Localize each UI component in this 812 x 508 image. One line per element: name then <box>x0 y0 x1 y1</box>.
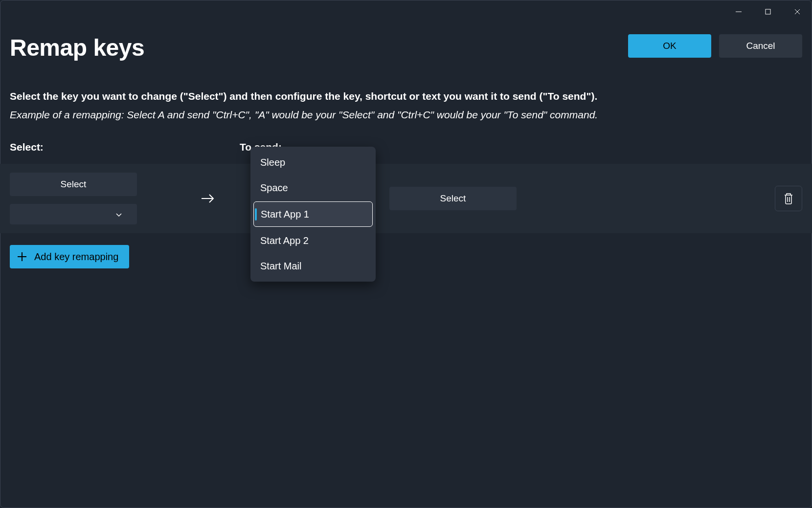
svg-rect-1 <box>766 9 770 14</box>
description-line2: Example of a remapping: Select A and sen… <box>10 109 802 121</box>
dropdown-item-sleep[interactable]: Sleep <box>253 150 373 175</box>
trash-icon <box>783 192 794 205</box>
column-headers: Select: To send: <box>0 121 812 153</box>
dropdown-item-start-app-2[interactable]: Start App 2 <box>253 228 373 253</box>
add-remapping-row: Add key remapping <box>0 233 812 268</box>
header-row: Remap keys OK Cancel <box>0 20 812 61</box>
page-title: Remap keys <box>10 34 144 61</box>
dropdown-menu: Sleep Space Start App 1 Start App 2 Star… <box>250 147 376 282</box>
arrow-column <box>176 193 249 204</box>
description-line1: Select the key you want to change ("Sele… <box>10 90 802 102</box>
titlebar <box>0 0 812 20</box>
close-button[interactable] <box>783 5 812 19</box>
description-block: Select the key you want to change ("Sele… <box>0 61 812 121</box>
action-buttons: OK Cancel <box>628 34 802 58</box>
select-header: Select: <box>10 141 240 153</box>
add-remapping-label: Add key remapping <box>34 251 118 263</box>
ok-button[interactable]: OK <box>628 34 711 58</box>
add-remapping-button[interactable]: Add key remapping <box>10 245 129 268</box>
minimize-icon <box>735 8 742 15</box>
select-key-dropdown[interactable] <box>10 204 137 224</box>
dropdown-item-start-app-1[interactable]: Start App 1 <box>253 201 373 227</box>
minimize-button[interactable] <box>724 5 753 19</box>
arrow-right-icon <box>201 193 215 204</box>
select-column: Select <box>10 173 176 224</box>
select-key-button[interactable]: Select <box>10 173 137 196</box>
dropdown-item-start-mail[interactable]: Start Mail <box>253 253 373 279</box>
delete-column <box>775 186 802 211</box>
remap-row: Select Select <box>0 164 812 233</box>
to-send-select-button[interactable]: Select <box>389 187 517 210</box>
plus-icon <box>17 251 27 262</box>
dropdown-item-space[interactable]: Space <box>253 175 373 200</box>
chevron-down-icon <box>115 209 122 220</box>
titlebar-buttons <box>724 5 812 19</box>
maximize-icon <box>765 8 771 15</box>
delete-row-button[interactable] <box>775 186 802 211</box>
close-icon <box>794 8 801 15</box>
cancel-button[interactable]: Cancel <box>719 34 802 58</box>
maximize-button[interactable] <box>753 5 783 19</box>
